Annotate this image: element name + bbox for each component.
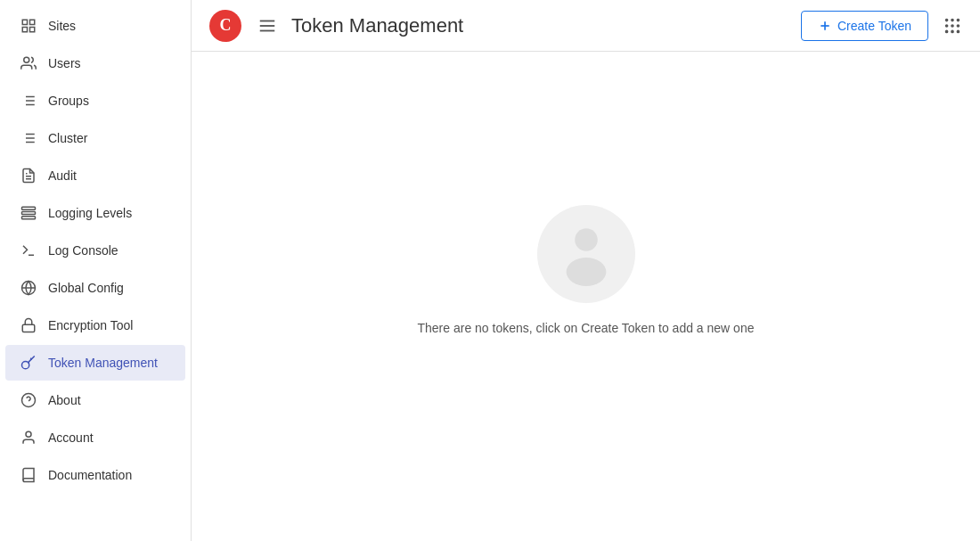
svg-rect-19: [22, 207, 36, 209]
sidebar-item-logging-levels[interactable]: Logging Levels: [5, 195, 185, 231]
app-logo: C: [209, 10, 241, 42]
sidebar-item-label: Encryption Tool: [48, 318, 133, 332]
users-icon: [20, 54, 37, 72]
sidebar-item-label: Log Console: [48, 243, 118, 258]
log-console-icon: [20, 242, 37, 259]
svg-point-4: [24, 57, 29, 62]
sidebar-item-label: Global Config: [48, 281, 124, 295]
sidebar-item-global-config[interactable]: Global Config: [5, 270, 185, 306]
account-icon: [20, 429, 37, 447]
svg-point-47: [566, 258, 606, 286]
sidebar-item-label: Sites: [48, 19, 76, 33]
menu-icon[interactable]: [257, 16, 277, 36]
sidebar-item-label: About: [48, 393, 81, 407]
groups-icon: [20, 92, 37, 110]
sidebar-item-label: Account: [48, 430, 94, 445]
sidebar-item-sites[interactable]: Sites: [5, 8, 185, 44]
svg-point-44: [951, 30, 953, 32]
sidebar-item-users[interactable]: Users: [5, 45, 185, 81]
sidebar-item-label: Groups: [48, 94, 89, 108]
svg-text:C: C: [220, 16, 232, 34]
main-content: C Token Management Create Token: [192, 0, 980, 541]
create-token-label: Create Token: [837, 19, 911, 33]
audit-icon: [20, 167, 37, 184]
sidebar-item-token-management[interactable]: Token Management: [5, 345, 185, 381]
svg-point-38: [951, 19, 953, 20]
sidebar-item-label: Documentation: [48, 468, 132, 482]
svg-rect-21: [22, 217, 36, 219]
sidebar-item-label: Logging Levels: [48, 206, 132, 220]
sidebar-item-cluster[interactable]: Cluster: [5, 120, 185, 156]
svg-point-46: [575, 228, 598, 251]
sidebar-item-documentation[interactable]: Documentation: [5, 457, 185, 493]
grid-icon: [20, 17, 37, 35]
sidebar-item-label: Cluster: [48, 131, 87, 145]
sidebar-item-label: Token Management: [48, 356, 158, 370]
sidebar-item-audit[interactable]: Audit: [5, 158, 185, 193]
logging-icon: [20, 204, 37, 222]
svg-rect-2: [22, 28, 27, 32]
content-area: There are no tokens, click on Create Tok…: [192, 52, 980, 541]
svg-point-42: [958, 25, 960, 27]
sidebar-item-label: Users: [48, 56, 81, 70]
sidebar-item-encryption-tool[interactable]: Encryption Tool: [5, 307, 185, 343]
svg-point-43: [946, 30, 948, 32]
global-icon: [20, 279, 37, 297]
book-icon: [20, 466, 37, 484]
sidebar: Sites Users Groups: [0, 0, 192, 541]
svg-point-37: [946, 19, 948, 20]
svg-point-41: [951, 25, 953, 27]
create-token-button[interactable]: Create Token: [801, 11, 928, 41]
sidebar-item-label: Audit: [48, 168, 77, 183]
sidebar-item-log-console[interactable]: Log Console: [5, 233, 185, 268]
sidebar-item-account[interactable]: Account: [5, 420, 185, 455]
lock-icon: [20, 316, 37, 334]
svg-rect-0: [22, 20, 27, 24]
svg-point-29: [26, 431, 31, 437]
sidebar-item-groups[interactable]: Groups: [5, 83, 185, 119]
apps-grid-icon[interactable]: [943, 16, 962, 36]
svg-point-40: [946, 25, 948, 27]
page-title: Token Management: [291, 14, 787, 37]
header: C Token Management Create Token: [192, 0, 980, 52]
sidebar-item-about[interactable]: About: [5, 382, 185, 418]
key-icon: [20, 354, 37, 372]
svg-rect-20: [22, 212, 36, 215]
svg-point-39: [958, 19, 960, 20]
empty-illustration: [537, 205, 635, 303]
about-icon: [20, 391, 37, 409]
svg-point-45: [958, 30, 960, 32]
cluster-icon: [20, 129, 37, 147]
svg-rect-25: [22, 324, 35, 332]
svg-rect-1: [30, 20, 35, 24]
svg-point-26: [22, 362, 29, 369]
svg-rect-3: [30, 28, 35, 32]
empty-state-message: There are no tokens, click on Create Tok…: [418, 321, 755, 335]
